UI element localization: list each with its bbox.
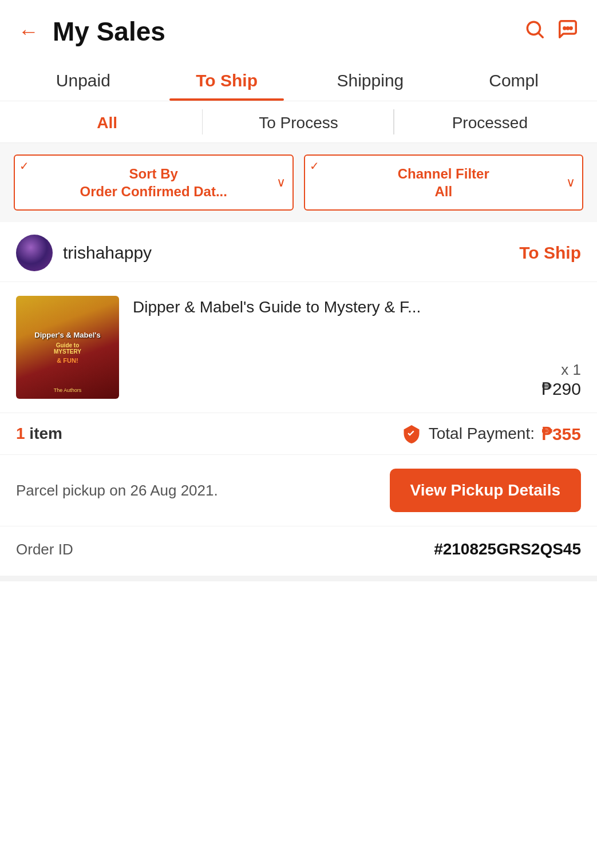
book-cover-subtitle: Guide toMYSTERY [54,342,81,355]
book-cover-decoration: The Authors [16,387,119,393]
order-user: trishahappy [16,235,152,271]
channel-check-icon: ✓ [310,159,319,173]
sort-by-label: Sort By [129,165,178,183]
total-payment: Total Payment: ₱355 [401,423,581,444]
channel-chevron-icon: ∨ [566,175,575,190]
pickup-row: Parcel pickup on 26 Aug 2021. View Picku… [0,455,597,526]
tab-unpaid[interactable]: Unpaid [11,58,155,101]
back-icon[interactable]: ← [18,19,39,43]
sub-tabs: All To Process Processed [0,101,597,143]
channel-filter-value: All [434,183,452,200]
order-id-label: Order ID [16,541,73,558]
order-id-row: Order ID #210825GRS2QS45 [0,526,597,576]
channel-filter-label: Channel Filter [398,165,489,183]
tab-completed[interactable]: Compl [442,58,586,101]
product-price: ₱290 [133,379,581,399]
sort-chevron-icon: ∨ [276,175,286,190]
filter-row: ✓ Sort By Order Confirmed Dat... ∨ ✓ Cha… [0,143,597,222]
sort-check-icon: ✓ [19,159,29,173]
order-id-value: #210825GRS2QS45 [434,540,581,558]
product-quantity: x 1 [133,361,581,379]
avatar [16,235,53,271]
chat-icon[interactable] [557,18,579,45]
avatar-image [16,235,53,271]
view-pickup-details-button[interactable]: View Pickup Details [390,469,582,512]
username[interactable]: trishahappy [63,243,152,263]
channel-filter[interactable]: ✓ Channel Filter All ∨ [304,154,584,211]
book-cover-title: Dipper's & Mabel's [34,331,100,339]
item-count: 1 item [16,425,62,443]
pickup-text: Parcel pickup on 26 Aug 2021. [16,482,218,500]
product-row: Dipper's & Mabel's Guide toMYSTERY & FUN… [0,282,597,413]
svg-point-3 [567,27,568,29]
main-tabs: Unpaid To Ship Shipping Compl [0,58,597,101]
header-left: ← My Sales [18,16,165,47]
svg-point-2 [564,27,566,29]
svg-line-1 [539,33,543,37]
product-info: Dipper & Mabel's Guide to Mystery & F...… [133,296,581,399]
subtab-to-process[interactable]: To Process [203,101,394,142]
book-cover: Dipper's & Mabel's Guide toMYSTERY & FUN… [16,296,119,399]
order-summary: 1 item Total Payment: ₱355 [0,413,597,455]
header: ← My Sales [0,0,597,58]
header-icons [524,18,579,45]
order-status-badge: To Ship [519,243,581,263]
product-image: Dipper's & Mabel's Guide toMYSTERY & FUN… [16,296,119,399]
shield-icon [401,423,422,444]
sort-by-value: Order Confirmed Dat... [80,183,227,200]
total-payment-label: Total Payment: [429,425,535,443]
page-title: My Sales [53,16,165,47]
order-card: trishahappy To Ship Dipper's & Mabel's G… [0,222,597,581]
sort-by-filter[interactable]: ✓ Sort By Order Confirmed Dat... ∨ [14,154,294,211]
order-card-header: trishahappy To Ship [0,222,597,282]
tab-to-ship[interactable]: To Ship [155,58,299,101]
search-icon[interactable] [524,18,545,45]
svg-point-4 [570,27,572,29]
subtab-processed[interactable]: Processed [394,101,586,142]
tab-shipping[interactable]: Shipping [299,58,442,101]
total-amount: ₱355 [541,424,581,444]
subtab-all[interactable]: All [11,101,203,142]
product-name: Dipper & Mabel's Guide to Mystery & F... [133,296,581,318]
